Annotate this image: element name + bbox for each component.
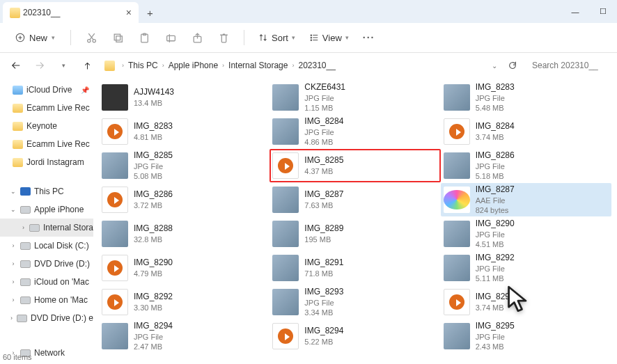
file-item[interactable]: IMG_82933.74 MB	[441, 285, 611, 319]
chevron-down-icon: ▾	[52, 34, 55, 41]
chevron-down-icon: ⌄	[10, 188, 17, 195]
file-item[interactable]: IMG_82945.22 MB	[270, 319, 440, 353]
sidebar-item-quickaccess[interactable]: Keynote	[0, 117, 93, 135]
breadcrumb-item[interactable]: This PC	[128, 61, 158, 70]
file-thumbnail	[272, 118, 299, 145]
drive-icon	[20, 278, 31, 286]
file-item[interactable]: IMG_829171.8 MB	[270, 251, 440, 285]
file-item[interactable]: IMG_82854.37 MB	[270, 149, 440, 182]
breadcrumb-item[interactable]: Apple iPhone	[169, 61, 218, 70]
sidebar-item-quickaccess[interactable]: Ecamm Live Rec	[0, 135, 93, 153]
sidebar-item-quickaccess[interactable]: iCloud Drive📌	[0, 81, 93, 99]
copy-button[interactable]	[106, 26, 130, 49]
sidebar-item-drive[interactable]: ›DVD Drive (D:)	[0, 255, 93, 273]
file-size: 3.30 MB	[134, 303, 173, 312]
file-size: 2.43 MB	[476, 342, 515, 351]
file-item[interactable]: IMG_8295JPG File2.43 MB	[441, 319, 611, 353]
sidebar-item-storage[interactable]: ›Internal Stora	[0, 219, 93, 237]
cut-icon	[86, 32, 97, 44]
sidebar-item-quickaccess[interactable]: Ecamm Live Rec	[0, 99, 93, 117]
view-button[interactable]: View ▾	[304, 29, 354, 47]
file-item[interactable]: CKZE6431JPG File1.15 MB	[270, 81, 440, 114]
sidebar-item-thispc[interactable]: ⌄This PC	[0, 182, 93, 200]
sort-button[interactable]: Sort ▾	[253, 29, 301, 47]
file-thumbnail	[272, 323, 299, 349]
new-tab-button[interactable]: +	[139, 2, 162, 23]
folder-icon	[13, 104, 23, 113]
file-name: IMG_8284	[476, 121, 515, 132]
breadcrumb-item[interactable]: Internal Storage	[228, 61, 288, 70]
file-size: 71.8 MB	[304, 269, 343, 278]
delete-button[interactable]	[212, 26, 235, 49]
paste-button[interactable]	[132, 26, 156, 49]
close-icon[interactable]: ×	[126, 7, 132, 18]
sidebar-item-drive[interactable]: ›Local Disk (C:)	[0, 237, 93, 255]
file-item[interactable]: IMG_8289195 MB	[270, 217, 440, 251]
file-item[interactable]: IMG_8293JPG File3.34 MB	[270, 285, 440, 319]
tab-active[interactable]: 202310__ ×	[3, 2, 139, 23]
folder-icon	[10, 8, 20, 18]
breadcrumb-dropdown[interactable]: ⌄	[492, 62, 497, 70]
sidebar-item-drive[interactable]: ›iCloud on 'Mac	[0, 273, 93, 291]
file-thumbnail	[272, 84, 299, 111]
svg-rect-11	[311, 40, 312, 41]
minimize-button[interactable]: —	[561, 1, 589, 22]
file-item[interactable]: IMG_8283JPG File5.48 MB	[441, 81, 611, 114]
file-item[interactable]: IMG_8286JPG File5.18 MB	[441, 149, 611, 182]
file-item[interactable]: IMG_8285JPG File5.08 MB	[99, 149, 270, 182]
svg-rect-9	[311, 35, 312, 36]
file-item[interactable]: IMG_828832.8 MB	[99, 217, 270, 251]
status-bar: 60 items	[0, 353, 32, 364]
maximize-button[interactable]: ☐	[589, 1, 617, 22]
file-name: IMG_8283	[476, 82, 515, 93]
up-button[interactable]	[78, 56, 96, 74]
file-item[interactable]: IMG_8294JPG File2.47 MB	[99, 319, 270, 353]
chevron-right-icon: ›	[290, 62, 295, 69]
file-name: IMG_8291	[304, 258, 343, 269]
file-size: 4.81 MB	[134, 132, 173, 142]
file-item[interactable]: IMG_82843.74 MB	[441, 115, 611, 148]
breadcrumb[interactable]: › This PC › Apple iPhone › Internal Stor…	[102, 56, 486, 75]
file-thumbnail	[102, 255, 128, 281]
file-name: IMG_8293	[476, 292, 515, 303]
sidebar-label: Ecamm Live Rec	[26, 103, 90, 113]
breadcrumb-item[interactable]: 202310__	[298, 61, 335, 70]
file-item[interactable]: IMG_8287AAE File824 bytes	[441, 183, 611, 216]
tab-bar: 202310__ × + — ☐	[0, 0, 617, 23]
forward-button[interactable]	[31, 56, 49, 74]
file-item[interactable]: IMG_82923.30 MB	[99, 285, 270, 319]
chevron-down-icon: ▾	[292, 34, 295, 41]
sidebar-item-drive[interactable]: ›DVD Drive (D:) e	[0, 309, 93, 327]
share-button[interactable]	[185, 26, 209, 49]
cut-button[interactable]	[79, 26, 103, 49]
sidebar-item-drive[interactable]: ›Home on 'Mac	[0, 291, 93, 309]
rename-button[interactable]	[159, 26, 182, 49]
plus-circle-icon	[15, 33, 25, 42]
file-thumbnail	[102, 221, 128, 247]
file-item[interactable]: IMG_82904.79 MB	[99, 251, 270, 285]
sidebar-label: Apple iPhone	[34, 205, 84, 214]
file-item[interactable]: IMG_82834.81 MB	[99, 115, 270, 148]
search-input[interactable]	[528, 56, 610, 74]
file-pane[interactable]: AJJW414313.4 MBCKZE6431JPG File1.15 MBIM…	[93, 78, 617, 364]
file-name: IMG_8294	[304, 326, 343, 337]
new-button[interactable]: New ▾	[8, 29, 62, 47]
file-thumbnail	[444, 118, 470, 145]
file-item[interactable]: IMG_8284JPG File4.86 MB	[270, 115, 440, 148]
file-item[interactable]: AJJW414313.4 MB	[99, 81, 270, 114]
paste-icon	[139, 32, 150, 44]
file-item[interactable]: IMG_8292JPG File5.11 MB	[441, 251, 611, 285]
new-label: New	[29, 33, 47, 43]
sidebar-item-quickaccess[interactable]: Jordi Instagram	[0, 153, 93, 171]
file-name: IMG_8292	[476, 253, 515, 264]
item-count: 60 items	[3, 353, 32, 361]
back-button[interactable]	[7, 56, 25, 74]
sidebar-item-device[interactable]: ⌄Apple iPhone	[0, 200, 93, 219]
file-item[interactable]: IMG_82877.63 MB	[270, 183, 440, 216]
file-item[interactable]: IMG_82863.72 MB	[99, 183, 270, 216]
file-type: JPG File	[476, 230, 515, 239]
file-item[interactable]: IMG_8290JPG File4.51 MB	[441, 217, 611, 251]
more-button[interactable]: ···	[357, 29, 381, 47]
history-dropdown[interactable]: ▾	[54, 56, 72, 74]
refresh-button[interactable]	[503, 56, 522, 75]
